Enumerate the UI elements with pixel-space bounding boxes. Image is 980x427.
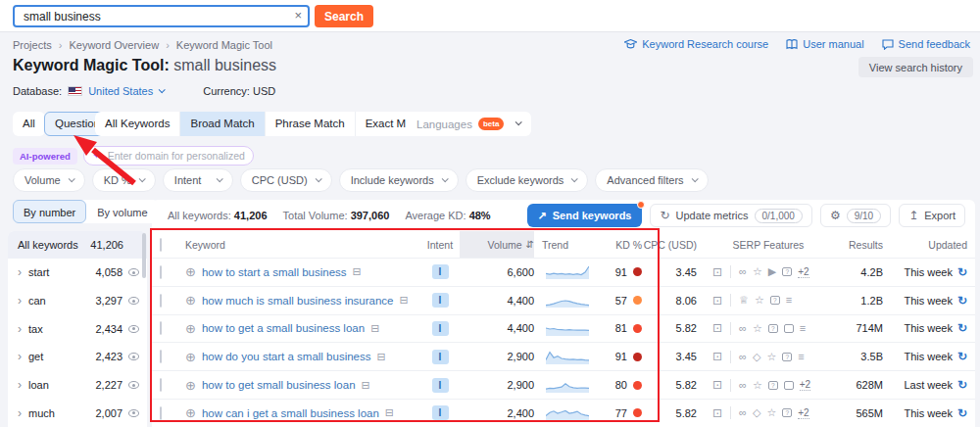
row-checkbox[interactable] — [160, 294, 162, 308]
header-serp-features[interactable]: SERP Features — [697, 239, 824, 251]
link-icon[interactable]: ∞ — [739, 352, 747, 362]
more-features-badge[interactable]: +2 — [798, 407, 808, 419]
header-trend[interactable]: Trend — [534, 239, 593, 251]
cpc-filter[interactable]: CPC (USD) — [240, 168, 332, 192]
sitelinks-icon[interactable]: ≡ — [786, 295, 792, 306]
discussion-icon[interactable] — [784, 324, 794, 333]
sidebar-scrollbar[interactable] — [142, 233, 146, 278]
update-metrics-button[interactable]: ↻ Update metrics 0/1,000 — [650, 204, 811, 227]
discussion-icon[interactable] — [784, 381, 794, 390]
clear-search-icon[interactable]: × — [294, 8, 302, 23]
intent-badge[interactable]: I — [432, 350, 449, 364]
sidebar-item-start[interactable]: › start 4,058 — [8, 259, 147, 287]
serp-snippet-icon[interactable]: ⊟ — [353, 265, 362, 278]
breadcrumb-keyword-magic-tool[interactable]: Keyword Magic Tool — [176, 39, 272, 51]
database-select[interactable]: United States — [88, 85, 164, 97]
add-keyword-icon[interactable]: ⊕ — [185, 378, 196, 393]
header-volume[interactable]: Volume⇵ — [460, 231, 534, 258]
search-button[interactable]: Search — [315, 5, 373, 27]
ads-icon[interactable]: ◇ — [753, 407, 760, 418]
eye-icon[interactable] — [128, 268, 139, 276]
featured-snippet-icon[interactable]: ♕ — [739, 295, 749, 306]
faq-icon[interactable]: ? — [782, 408, 792, 417]
kd-filter[interactable]: KD % — [92, 168, 156, 192]
by-volume-toggle[interactable]: By volume — [86, 200, 158, 223]
add-keyword-icon[interactable]: ⊕ — [185, 293, 196, 308]
refresh-icon[interactable]: ↻ — [957, 294, 967, 308]
faq-icon[interactable]: ? — [768, 381, 778, 390]
keyword-link[interactable]: how to get a small business loan — [202, 322, 365, 334]
by-number-toggle[interactable]: By number — [13, 200, 86, 223]
row-checkbox[interactable] — [160, 350, 162, 363]
star-icon[interactable]: ☆ — [753, 323, 762, 334]
serp-preview-icon[interactable]: ⊡ — [712, 265, 722, 279]
star-icon[interactable]: ☆ — [766, 352, 776, 362]
breadcrumb-keyword-overview[interactable]: Keyword Overview — [69, 39, 159, 51]
sitelinks-icon[interactable]: ≡ — [800, 323, 806, 334]
intent-badge[interactable]: I — [432, 293, 449, 308]
sidebar-item-loan[interactable]: › loan 2,227 — [8, 371, 147, 400]
header-intent[interactable]: Intent — [420, 239, 460, 251]
refresh-icon[interactable]: ↻ — [957, 378, 967, 392]
faq-icon[interactable]: ? — [782, 353, 792, 361]
languages-dropdown[interactable]: Languages beta — [406, 112, 531, 136]
volume-filter[interactable]: Volume — [13, 168, 85, 192]
keyword-link[interactable]: how to start a small business — [202, 266, 347, 278]
domain-input[interactable] — [83, 146, 254, 166]
tab-broad-match[interactable]: Broad Match — [180, 112, 265, 136]
link-icon[interactable]: ∞ — [739, 323, 747, 334]
intent-filter[interactable]: Intent — [163, 168, 233, 192]
serp-snippet-icon[interactable]: ⊟ — [370, 322, 379, 335]
tab-phrase-match[interactable]: Phrase Match — [266, 112, 356, 136]
intent-badge[interactable]: I — [432, 264, 449, 279]
sitelinks-icon[interactable]: ≡ — [798, 352, 804, 362]
refresh-icon[interactable]: ↻ — [957, 265, 967, 279]
header-results[interactable]: Results — [824, 239, 883, 251]
select-all-checkbox[interactable] — [160, 238, 162, 252]
header-cpc[interactable]: CPC (USD) — [642, 239, 697, 251]
serp-preview-icon[interactable]: ⊡ — [712, 378, 722, 392]
header-keyword[interactable]: Keyword — [185, 239, 420, 251]
tab-all-keywords[interactable]: All Keywords — [95, 112, 180, 136]
link-icon[interactable]: ∞ — [739, 407, 747, 418]
view-search-history-button[interactable]: View search history — [858, 57, 973, 77]
row-checkbox[interactable] — [160, 265, 162, 279]
keyword-link[interactable]: how to get small business loan — [202, 379, 356, 391]
intent-badge[interactable]: I — [432, 378, 449, 393]
more-features-badge[interactable]: +2 — [800, 379, 810, 391]
row-checkbox[interactable] — [160, 378, 162, 392]
keyword-link[interactable]: how do you start a small business — [202, 351, 371, 362]
faq-icon[interactable]: ? — [782, 267, 792, 276]
add-keyword-icon[interactable]: ⊕ — [185, 405, 196, 420]
header-kd[interactable]: KD % — [593, 239, 642, 251]
serp-preview-icon[interactable]: ⊡ — [712, 350, 722, 363]
star-icon[interactable]: ☆ — [766, 407, 776, 418]
serp-preview-icon[interactable]: ⊡ — [712, 321, 722, 335]
sidebar-item-tax[interactable]: › tax 2,434 — [8, 314, 147, 343]
header-updated[interactable]: Updated — [883, 239, 967, 251]
refresh-icon[interactable]: ↻ — [957, 350, 967, 363]
row-checkbox[interactable] — [160, 321, 162, 335]
sidebar-item-can[interactable]: › can 3,297 — [8, 287, 147, 315]
ads-icon[interactable]: ◇ — [753, 352, 760, 362]
eye-icon[interactable] — [128, 409, 139, 417]
advanced-filters[interactable]: Advanced filters — [595, 168, 708, 192]
eye-icon[interactable] — [128, 325, 139, 333]
faq-icon[interactable]: ? — [770, 296, 780, 305]
sidebar-item-get[interactable]: › get 2,423 — [8, 343, 147, 371]
serp-snippet-icon[interactable]: ⊟ — [385, 406, 394, 419]
export-button[interactable]: ↥ Export — [899, 204, 965, 227]
user-manual-link[interactable]: User manual — [786, 38, 863, 50]
refresh-icon[interactable]: ↻ — [957, 406, 967, 420]
star-icon[interactable]: ☆ — [753, 380, 762, 391]
serp-preview-icon[interactable]: ⊡ — [712, 294, 722, 308]
include-keywords-filter[interactable]: Include keywords — [339, 168, 459, 192]
video-icon[interactable]: ▶ — [768, 266, 776, 277]
tab-all[interactable]: All — [13, 112, 45, 136]
send-keywords-button[interactable]: ↗ Send keywords — [527, 204, 643, 227]
row-checkbox[interactable] — [160, 406, 162, 420]
star-icon[interactable]: ☆ — [753, 266, 762, 277]
intent-badge[interactable]: I — [432, 405, 449, 420]
add-keyword-icon[interactable]: ⊕ — [185, 264, 196, 279]
sidebar-all-keywords[interactable]: All keywords 41,206 — [8, 231, 147, 259]
